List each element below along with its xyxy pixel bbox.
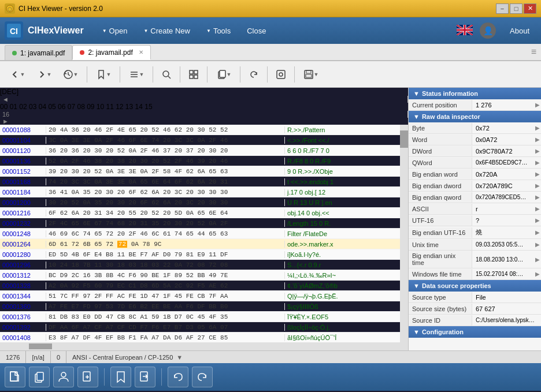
user-button[interactable]	[53, 367, 74, 387]
bottom-sep-1	[104, 368, 105, 386]
big-endian-dword-arrow[interactable]: ▶	[534, 182, 541, 189]
big-endian-unix-row: Big endian unix time 18.08.2030 13:0… ▶	[409, 251, 541, 268]
big-endian-utf16-arrow[interactable]: ▶	[534, 229, 541, 236]
hex-row: 00001248 46 69 6C 74 65 72 20 2F 46 6C 6…	[0, 229, 400, 239]
ascii-arrow[interactable]: ▶	[534, 206, 541, 212]
forward-button[interactable]: ▼	[31, 65, 57, 84]
about-menu[interactable]: About	[503, 23, 536, 39]
add-button[interactable]	[77, 367, 98, 387]
hex-row: 00001376 81 DB 83 E0 DD 47 CB 8C A1 59 1…	[0, 312, 400, 322]
hex-row-highlighted: 00001264 6D 61 72 6B 65 72 72 0A 78 9C o…	[0, 239, 400, 249]
status-encoding[interactable]: ANSI - Central European / CP-1250 ▼	[66, 351, 541, 363]
bookmark-manage-button[interactable]	[110, 367, 131, 387]
copy-button[interactable]: ▼	[211, 65, 236, 84]
hex-scrollbar[interactable]	[400, 125, 408, 342]
minimize-button[interactable]: −	[496, 3, 509, 14]
hex-row: 00001152 39 20 30 20 52 0A 3E 3E 0A 2F 5…	[0, 166, 400, 177]
utf16-row: UTF-16 ? ▶	[409, 215, 541, 226]
hex-view: [DEC] ◄ 00 01 02 03 04 05 06 07 08 09 10…	[0, 88, 408, 350]
big-endian-dword-row: Big endian dword 0x720A789C ▶	[409, 180, 541, 192]
current-position-arrow[interactable]: ▶	[534, 102, 541, 108]
separator-6	[240, 66, 240, 83]
svg-rect-22	[306, 74, 312, 77]
hex-row: 00001088 20 4A 36 20 46 2F 4E 65 20 52 4…	[0, 125, 400, 135]
big-endian-word-arrow[interactable]: ▶	[534, 171, 541, 177]
hex-row: 00001216 6F 62 6A 20 31 34 20 55 20 52 2…	[0, 208, 400, 218]
save-button[interactable]: ▼	[298, 65, 324, 84]
tabbar: 1: javamail.pdf 2: javamail.pdf ✕ ≡	[0, 44, 541, 61]
big-endian-utf16-row: Big endian UTF-16 燒 ▶	[409, 226, 541, 239]
config-section-header: ▼ Configuration	[409, 326, 541, 338]
data-source-section-header: ▼ Data source properties	[409, 280, 541, 292]
list-button[interactable]: ▼	[124, 65, 149, 84]
hex-nav-arrow-right[interactable]: ►	[0, 118, 408, 125]
maximize-button[interactable]: □	[510, 3, 523, 14]
tab-1-dot	[12, 51, 17, 55]
export-button[interactable]	[135, 367, 155, 387]
hex-row: 00001104 3C 0A 3E 3E 0A 2F 46 6F 6E 74 2…	[0, 135, 400, 145]
svg-line-11	[168, 76, 171, 79]
menu-create-new[interactable]: ▼ Create New	[136, 23, 197, 39]
search-button[interactable]	[157, 65, 176, 84]
word-arrow[interactable]: ▶	[534, 136, 541, 143]
hex-content: 00001088 20 4A 36 20 46 2F 4E 65 20 52 4…	[0, 125, 400, 342]
separator-4	[180, 66, 180, 83]
dword-arrow[interactable]: ▶	[534, 148, 541, 154]
tab-1[interactable]: 1: javamail.pdf	[5, 45, 72, 60]
big-endian-unix-arrow[interactable]: ▶	[534, 256, 541, 263]
qword-row: QWord 0x6F4B5DED9C7… ▶	[409, 157, 541, 169]
new-file-button[interactable]	[5, 367, 25, 387]
app-icon: ⬡	[5, 3, 15, 14]
view-toggle-button[interactable]	[271, 65, 291, 84]
byte-arrow[interactable]: ▶	[534, 125, 541, 131]
hscroll-thumb[interactable]	[29, 344, 52, 349]
right-panel: ▼ Status information Current position 1 …	[408, 88, 541, 350]
bookmark-button[interactable]: ▼	[91, 65, 116, 84]
app-logo: CI CIHexViewer	[5, 21, 84, 40]
copy-file-button[interactable]	[29, 367, 50, 387]
hex-row: 00001360 A7 FE E7 FD 97 53 7D E6 B2 EE B…	[0, 301, 400, 312]
history-button[interactable]: ▼	[58, 65, 83, 84]
unix-time-arrow[interactable]: ▶	[534, 241, 541, 248]
svg-rect-15	[194, 75, 198, 79]
close-button[interactable]: ✕	[524, 3, 536, 14]
menu-tools[interactable]: ▼ Tools	[199, 23, 238, 39]
windows-time-arrow[interactable]: ▶	[534, 271, 541, 277]
tab-2[interactable]: 2: javamail.pdf ✕	[72, 45, 150, 60]
svg-rect-12	[190, 70, 193, 74]
menu-create-arrow: ▼	[143, 28, 148, 33]
tab-filter-icon[interactable]: ≡	[531, 47, 536, 57]
dword-row: DWord 0x9C780A72 ▶	[409, 145, 541, 157]
hex-row: 00001344 51 7C FF 97 2F FF AC FE 1D 47 1…	[0, 291, 400, 301]
hex-nav-arrow-left[interactable]: ◄	[0, 96, 408, 103]
user-icon[interactable]: 👤	[480, 23, 496, 39]
hex-row: 00001232 2F 4C 65 6E 67 74 68 20 31 35 2…	[0, 218, 400, 229]
hex-scroll-area[interactable]: 00001088 20 4A 36 20 46 2F 4E 65 20 52 4…	[0, 125, 408, 342]
scroll-thumb[interactable]	[400, 130, 408, 148]
back-button[interactable]: ▼	[5, 65, 30, 84]
menubar: CI CIHexViewer ▼ Open ▼ Create New ▼ Too…	[0, 17, 541, 44]
grid-button[interactable]	[184, 65, 203, 84]
raw-data-section-header: ▼ Raw data inspector	[409, 111, 541, 122]
svg-rect-13	[194, 70, 198, 74]
utf16-arrow[interactable]: ▶	[534, 217, 541, 223]
menu-open[interactable]: ▼ Open	[95, 23, 135, 39]
hex-row: 00001136 52 0A 2F 46 38 20 38 20 30 20 5…	[0, 156, 400, 166]
status-section-header: ▼ Status information	[409, 88, 541, 99]
qword-arrow[interactable]: ▶	[534, 159, 541, 166]
tab-2-close[interactable]: ✕	[139, 49, 143, 55]
hex-hscrollbar[interactable]	[0, 342, 408, 350]
separator-8	[294, 66, 295, 83]
hex-row: 00001408 E3 8F A7 DF 4F EF BB F1 FA A7 D…	[0, 333, 400, 342]
big-endian-qword-arrow[interactable]: ▶	[534, 194, 541, 200]
raw-collapse-arrow: ▼	[413, 113, 420, 120]
refresh-button[interactable]	[244, 65, 264, 84]
language-flag[interactable]	[457, 25, 473, 37]
source-size-row: Source size (bytes) 67 627	[409, 303, 541, 315]
redo-button[interactable]	[192, 367, 213, 387]
menu-close[interactable]: Close	[240, 23, 273, 39]
svg-text:⬡: ⬡	[8, 6, 12, 12]
undo-button[interactable]	[168, 367, 188, 387]
hex-row: 00001120 36 20 36 20 30 20 52 0A 2F 46 3…	[0, 145, 400, 156]
tab-2-dot	[80, 50, 84, 55]
